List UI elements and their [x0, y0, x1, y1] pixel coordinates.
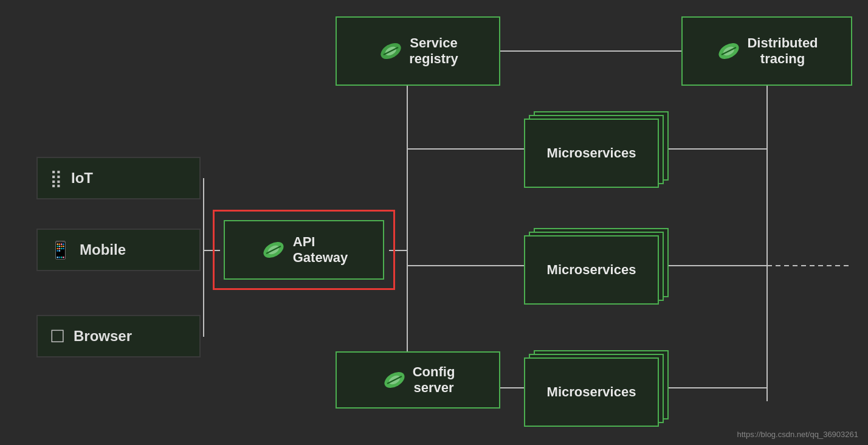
- api-gateway-box: API Gateway: [224, 220, 384, 280]
- service-registry-box: Service registry: [336, 16, 500, 86]
- api-gateway-leaf-icon: [260, 236, 287, 263]
- iot-label: IoT: [71, 170, 93, 187]
- microservices-bot-label: Microservices: [547, 384, 636, 400]
- distributed-tracing-box: Distributed tracing: [681, 16, 852, 86]
- service-registry-label: Service registry: [409, 35, 458, 67]
- microservices-bot-front: Microservices: [524, 357, 659, 427]
- api-gateway-label: API Gateway: [293, 234, 348, 266]
- config-server-box: Config server: [336, 351, 500, 409]
- mobile-box: 📱 Mobile: [36, 229, 201, 271]
- config-server-label: Config server: [413, 364, 455, 396]
- mobile-icon: 📱: [50, 240, 71, 260]
- mobile-label: Mobile: [80, 241, 126, 258]
- browser-box: ☐ Browser: [36, 315, 201, 357]
- microservices-top-label: Microservices: [547, 145, 636, 161]
- browser-label: Browser: [74, 328, 132, 345]
- config-server-leaf-icon: [381, 367, 408, 393]
- service-registry-leaf-icon: [377, 38, 404, 64]
- watermark: https://blog.csdn.net/qq_36903261: [737, 430, 859, 439]
- microservices-bot-stack: Microservices: [524, 350, 669, 427]
- microservices-mid-front: Microservices: [524, 235, 659, 305]
- microservices-mid-label: Microservices: [547, 262, 636, 278]
- diagram-container: ⣿ IoT 📱 Mobile ☐ Browser Service registr…: [0, 0, 868, 445]
- microservices-top-stack: Microservices: [524, 111, 669, 188]
- browser-icon: ☐: [50, 326, 65, 347]
- distributed-tracing-leaf-icon: [715, 38, 742, 64]
- iot-icon: ⣿: [50, 168, 63, 188]
- microservices-mid-stack: Microservices: [524, 228, 669, 305]
- iot-box: ⣿ IoT: [36, 157, 201, 199]
- distributed-tracing-label: Distributed tracing: [747, 35, 818, 67]
- microservices-top-front: Microservices: [524, 119, 659, 188]
